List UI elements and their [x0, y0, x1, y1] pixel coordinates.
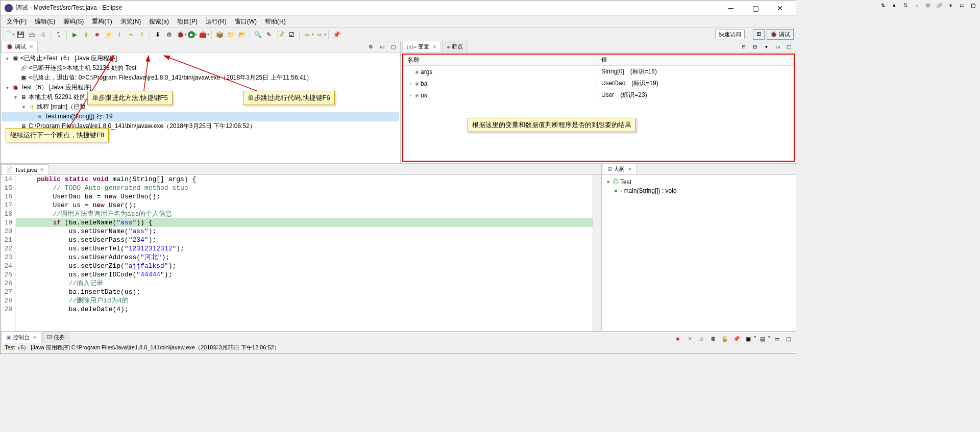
editor-tab[interactable]: 📄 Test.java ✕ [2, 164, 48, 174]
sort-button[interactable]: ⇅ [879, 1, 887, 9]
filter-nonpublic-button[interactable]: ○ [913, 1, 921, 9]
clear-console-button[interactable]: 🗑 [709, 335, 717, 343]
vertical-scrollbar[interactable] [593, 175, 601, 331]
debug-perspective-button[interactable]: 🐞 调试 [767, 29, 794, 40]
maximize-view-button[interactable]: ▢ [785, 42, 793, 50]
outline-class[interactable]: ▾ Ⓒ Test [604, 177, 794, 187]
terminate-console-button[interactable]: ■ [674, 335, 682, 343]
debug-tree-item[interactable]: ▾🔳<已终止>Test（6） [Java 应用程序] [2, 54, 399, 63]
minimize-view-button[interactable]: ▭ [378, 42, 386, 50]
task-button[interactable]: ☑ [287, 30, 296, 39]
skip-breakpoints-button[interactable]: ⤵ [54, 30, 63, 39]
step-into-button[interactable]: ⤈ [115, 30, 124, 39]
maximize-view-button[interactable]: ▢ [389, 42, 397, 50]
minimize-button[interactable]: ─ [719, 1, 743, 15]
debug-tree-item[interactable]: 🔳<已终止，退出值: 0>C:\Program Files\Java\jre1.… [2, 73, 399, 83]
new-button[interactable]: 📄 [4, 30, 13, 39]
ext-tools-button[interactable]: 🧰 [198, 30, 207, 39]
open-type-button[interactable]: 📂 [237, 30, 247, 39]
view-menu-button[interactable]: ▾ [946, 1, 954, 9]
toggle-mark-button[interactable]: ✎ [264, 30, 274, 39]
close-icon[interactable]: ✕ [432, 44, 436, 49]
column-name[interactable]: 名称 [403, 55, 597, 65]
minimize-view-button[interactable]: ▭ [773, 42, 781, 50]
debug-tree-item[interactable]: 🔗<已断开连接>本地主机 52138 处的 Test [2, 63, 399, 73]
minimize-view-button[interactable]: ▭ [958, 1, 966, 9]
new-class-button[interactable]: 📁 [226, 30, 235, 39]
close-icon[interactable]: ✕ [628, 166, 632, 172]
debug-tab[interactable]: 🐞 调试 ✕ [2, 41, 38, 52]
save-all-button[interactable]: 🗃 [27, 30, 36, 39]
menu-run[interactable]: 运行(R) [202, 16, 231, 27]
debug-tree-item[interactable]: ≡Test.main(String[]) 行: 19 [2, 112, 399, 121]
debug-tree-item[interactable]: ▾🖥本地主机 52291 处的 [2, 92, 399, 102]
collapse-button[interactable]: ⊟ [751, 42, 759, 50]
annotation-button[interactable]: 📝 [276, 30, 285, 39]
variables-rows[interactable]: ◉ argsString[0] (标识=16)›◉ baUserDao (标识=… [403, 66, 794, 161]
menu-refactor[interactable]: 重构(T) [88, 16, 116, 27]
display-console-button[interactable]: ▣ [744, 335, 752, 343]
outline-tab[interactable]: ⊞ 大纲 ✕ [603, 163, 636, 174]
drop-to-frame-button[interactable]: ⬇ [153, 30, 162, 39]
menu-project[interactable]: 项目(P) [173, 16, 202, 27]
menu-source[interactable]: 源码(S) [59, 16, 88, 27]
variable-row[interactable]: ◉ argsString[0] (标识=16) [403, 66, 794, 78]
menu-edit[interactable]: 编辑(E) [31, 16, 59, 27]
maximize-view-button[interactable]: ▢ [785, 335, 793, 343]
quick-access-input[interactable]: 快速访问 [715, 30, 745, 39]
menu-navigate[interactable]: 浏览(N) [116, 16, 145, 27]
variable-row[interactable]: ›◉ usUser (标识=23) [403, 89, 794, 101]
console-tab[interactable]: ▣ 控制台 ✕ [2, 332, 41, 343]
close-button[interactable]: ✕ [768, 1, 792, 15]
minimize-view-button[interactable]: ▭ [773, 335, 781, 343]
menu-help[interactable]: 帮助(H) [261, 16, 290, 27]
remove-launch-button[interactable]: ✕ [685, 335, 694, 343]
open-perspective-button[interactable]: ⊞ [753, 29, 765, 40]
column-value[interactable]: 值 [597, 55, 794, 65]
scroll-lock-button[interactable]: 🔒 [721, 335, 729, 343]
disconnect-button[interactable]: ⚡ [104, 30, 113, 39]
step-return-button[interactable]: ⤉ [137, 30, 146, 39]
tasks-tab[interactable]: ☑ 任务 [42, 332, 69, 343]
back-button[interactable]: ⇦ [303, 30, 312, 39]
remove-all-button[interactable]: ⦻ [697, 335, 705, 343]
menu-file[interactable]: 文件(F) [3, 16, 31, 27]
debug-tree-item[interactable]: ▾⏸线程 [main]（已暂 [2, 102, 399, 112]
terminate-button[interactable]: ■ [92, 30, 102, 39]
resume-button[interactable]: ▶ [70, 30, 79, 39]
open-console-button[interactable]: ▤ [758, 335, 767, 343]
breakpoints-tab[interactable]: ● 断点 [442, 41, 468, 52]
code-lines[interactable]: public static void main(String[] args) {… [16, 175, 593, 331]
pin-button[interactable]: 📌 [332, 30, 341, 39]
filter-static-button[interactable]: S [901, 1, 910, 9]
search-button[interactable]: 🔍 [253, 30, 262, 39]
step-over-button[interactable]: ⤼ [126, 30, 135, 39]
code-editor[interactable]: 14151617181920212223242526272829 public … [1, 175, 601, 331]
menu-search[interactable]: 搜索(a) [145, 16, 173, 27]
save-button[interactable]: 💾 [16, 30, 25, 39]
new-package-button[interactable]: 📦 [215, 30, 224, 39]
suspend-button[interactable]: ⏸ [81, 30, 90, 39]
view-menu-button[interactable]: ▾ [762, 42, 770, 50]
show-type-button[interactable]: ⎘ [740, 42, 748, 50]
outline-tree[interactable]: ▾ Ⓒ Test ● S main(String[]) : void [602, 175, 796, 331]
close-icon[interactable]: ✕ [33, 335, 37, 340]
link-editor-button[interactable]: 🔗 [935, 1, 943, 9]
variables-tab[interactable]: (x)= 变量 ✕ [402, 41, 441, 52]
menu-window[interactable]: 窗口(W) [231, 16, 261, 27]
filter-local-button[interactable]: ⊙ [924, 1, 932, 9]
debug-tree[interactable]: ▾🔳<已终止>Test（6） [Java 应用程序] 🔗<已断开连接>本地主机 … [1, 53, 400, 163]
step-filters-button[interactable]: ⚙ [164, 30, 174, 39]
print-button[interactable]: 🖨 [38, 30, 47, 39]
filter-fields-button[interactable]: ● [890, 1, 898, 9]
run-button[interactable]: ▶ [188, 31, 195, 38]
pin-console-button[interactable]: 📌 [732, 335, 741, 343]
close-icon[interactable]: ✕ [40, 167, 44, 172]
debug-tree-item[interactable]: ▾🐞Test（6） [Java 应用程序] [2, 83, 399, 92]
variable-row[interactable]: ›◉ baUserDao (标识=19) [403, 78, 794, 89]
close-icon[interactable]: ✕ [29, 44, 33, 49]
outline-method[interactable]: ● S main(String[]) : void [604, 187, 794, 195]
view-menu-button[interactable]: ⚙ [366, 42, 375, 50]
forward-button[interactable]: ⇨ [315, 30, 324, 39]
debug-button[interactable]: 🐞 [176, 30, 185, 39]
